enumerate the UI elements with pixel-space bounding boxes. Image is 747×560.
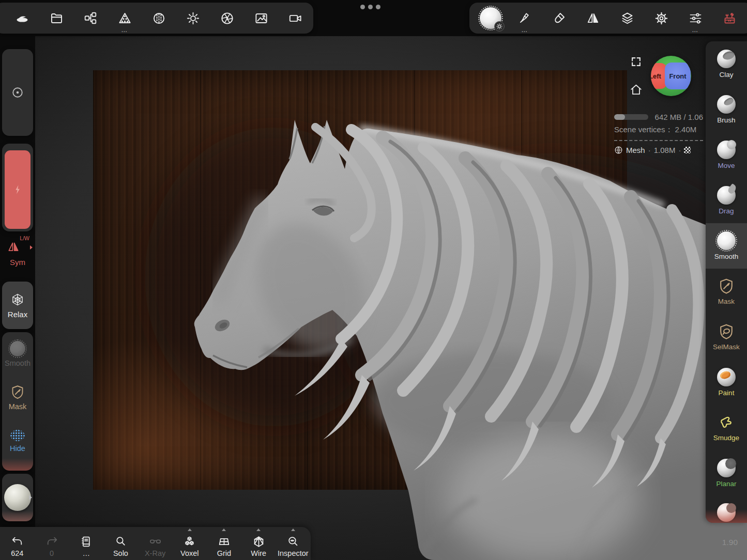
scene-vertices-value: 2.40M bbox=[675, 125, 697, 134]
sliders-icon bbox=[689, 11, 703, 25]
stats-divider bbox=[614, 140, 703, 141]
quick-tools-panel: Smooth Mask Hide bbox=[2, 332, 33, 471]
adjust-button[interactable]: … bbox=[678, 3, 712, 34]
wire-button[interactable]: Wire bbox=[241, 527, 276, 560]
tool-label: Clay bbox=[719, 71, 733, 79]
tool-drag[interactable]: Drag bbox=[706, 178, 747, 223]
wireframe-icon bbox=[252, 535, 265, 548]
history-button[interactable]: … bbox=[69, 527, 103, 560]
files-button[interactable] bbox=[39, 3, 73, 34]
multitask-indicator-icon[interactable] bbox=[360, 5, 380, 9]
voxel-button[interactable]: Voxel bbox=[172, 527, 207, 560]
tool-label: Brush bbox=[717, 117, 735, 124]
scene-vertices-label: Scene vertices： bbox=[614, 125, 673, 134]
redo-button[interactable]: 0 bbox=[35, 527, 69, 560]
symmetry-label: Sym bbox=[2, 258, 33, 267]
mesh-separator: · bbox=[678, 146, 681, 154]
background-button[interactable] bbox=[244, 3, 278, 34]
post-process-icon bbox=[220, 11, 234, 25]
layers-icon bbox=[620, 11, 634, 25]
xray-button[interactable]: X-Ray bbox=[138, 527, 173, 560]
xray-label: X-Ray bbox=[145, 550, 165, 557]
tool-move[interactable]: Move bbox=[706, 132, 747, 178]
app-logo-button[interactable] bbox=[5, 3, 39, 34]
material-button[interactable] bbox=[142, 3, 176, 34]
mesh-stats-row: Mesh · 1.08M · bbox=[614, 146, 703, 154]
smudge-finger-icon bbox=[718, 414, 735, 431]
mask-shortcut[interactable]: Mask bbox=[2, 376, 33, 419]
smooth-shortcut-icon bbox=[10, 341, 25, 356]
gizmo-left-label: Left bbox=[651, 72, 661, 80]
hide-dotted-icon bbox=[10, 429, 25, 442]
tool-clay[interactable]: Clay bbox=[706, 41, 747, 87]
hide-shortcut[interactable]: Hide bbox=[2, 419, 33, 462]
home-icon bbox=[629, 83, 643, 97]
painting-button[interactable] bbox=[542, 3, 576, 34]
gizmo-front-face[interactable]: Front bbox=[665, 63, 691, 89]
inspector-button[interactable]: Inspector bbox=[276, 527, 311, 560]
topology-button[interactable]: … bbox=[108, 3, 142, 34]
symmetry-mode-label: L/W bbox=[20, 235, 29, 241]
settings-button[interactable] bbox=[644, 3, 678, 34]
zoom-level-value: 1.90 bbox=[722, 538, 738, 547]
xray-glasses-icon bbox=[149, 535, 162, 548]
toolbox-icon bbox=[723, 11, 737, 25]
solo-magnifier-icon bbox=[114, 535, 127, 548]
tool-smooth[interactable]: Smooth bbox=[706, 223, 747, 269]
undo-icon bbox=[11, 535, 24, 548]
grid-button[interactable]: Grid bbox=[207, 527, 241, 560]
tool-selmask[interactable]: SelMask bbox=[706, 314, 747, 360]
planar-tool-icon bbox=[717, 459, 736, 477]
tool-label: SelMask bbox=[713, 344, 740, 351]
radius-icon bbox=[10, 85, 25, 100]
tool-label: Paint bbox=[719, 390, 735, 397]
tool-smudge[interactable]: Smudge bbox=[706, 405, 747, 450]
tool-label: Smooth bbox=[714, 253, 739, 260]
stroke-more-indicator: … bbox=[521, 27, 528, 33]
layers-button[interactable] bbox=[610, 3, 644, 34]
home-view-button[interactable] bbox=[629, 83, 643, 99]
radius-slider[interactable] bbox=[2, 49, 33, 136]
partial-tool-icon bbox=[717, 503, 736, 522]
move-tool-icon bbox=[717, 141, 736, 159]
mesh-separator: · bbox=[648, 146, 651, 154]
topology-more-indicator: … bbox=[121, 27, 128, 33]
mask-shortcut-label: Mask bbox=[9, 403, 27, 411]
intensity-slider[interactable] bbox=[2, 144, 33, 231]
mesh-vertex-count: 1.08M bbox=[654, 146, 676, 154]
partial-shortcut[interactable] bbox=[2, 462, 33, 471]
app-logo-icon bbox=[15, 11, 29, 25]
relax-tool-shortcut[interactable]: Relax bbox=[2, 282, 33, 329]
tool-planar[interactable]: Planar bbox=[706, 450, 747, 496]
mask-shortcut-icon bbox=[10, 384, 25, 400]
symmetry-icon bbox=[586, 11, 600, 25]
tool-mask[interactable]: Mask bbox=[706, 269, 747, 314]
scene-graph-button[interactable] bbox=[73, 3, 108, 34]
fullscreen-button[interactable] bbox=[631, 57, 641, 69]
solo-button[interactable]: Solo bbox=[103, 527, 138, 560]
lighting-button[interactable] bbox=[176, 3, 210, 34]
tool-partial-sphere[interactable] bbox=[706, 496, 747, 523]
paint-tool-icon bbox=[717, 368, 736, 386]
tool-label: Smudge bbox=[713, 434, 739, 442]
symmetry-button[interactable] bbox=[576, 3, 610, 34]
voxel-caret-icon bbox=[188, 528, 192, 531]
smooth-shortcut[interactable]: Smooth bbox=[2, 332, 33, 376]
orientation-gizmo[interactable]: Left Front bbox=[651, 56, 691, 96]
tool-paint[interactable]: Paint bbox=[706, 360, 747, 405]
symmetry-toggle[interactable]: L/W Sym bbox=[2, 235, 33, 269]
camera-button[interactable] bbox=[278, 3, 312, 34]
tool-label: Drag bbox=[719, 208, 734, 215]
undo-button[interactable]: 624 bbox=[0, 527, 35, 560]
tool-brush[interactable]: Brush bbox=[706, 87, 747, 132]
intensity-bolt-icon bbox=[11, 183, 24, 196]
toolbox-button[interactable] bbox=[712, 3, 746, 34]
grid-icon bbox=[218, 535, 231, 548]
stroke-button[interactable]: … bbox=[508, 3, 542, 34]
fullscreen-icon bbox=[631, 57, 641, 67]
scene-stats: 642 MB / 1.06 Scene vertices： 2.40M Mesh… bbox=[614, 113, 703, 154]
tool-label: Move bbox=[718, 162, 735, 169]
active-tool-button[interactable] bbox=[474, 3, 508, 34]
post-process-button[interactable] bbox=[210, 3, 244, 34]
material-preview-button[interactable] bbox=[2, 474, 33, 521]
